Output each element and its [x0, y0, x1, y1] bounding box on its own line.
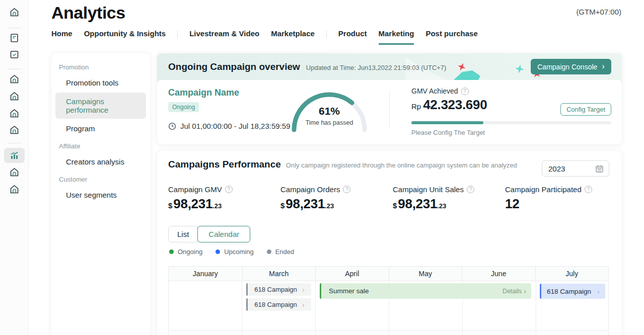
sidebar-item-promotion-tools[interactable]: Promotion tools [51, 74, 150, 92]
tab-product[interactable]: Product [338, 29, 367, 45]
tab-home[interactable]: Home [51, 29, 73, 45]
help-icon[interactable]: ? [467, 186, 474, 193]
time-passed-gauge: 61% Time has passed [289, 86, 370, 136]
upcoming-dot-icon [216, 249, 220, 254]
metric-prefix: $ [280, 201, 284, 210]
date-range-text: Jul 01,00:00:00 - Jul 18,23:59:59 [180, 122, 291, 130]
gmv-progress-track [411, 121, 611, 124]
metric-label: Campaign Orders [280, 185, 340, 194]
overview-title: Ongoing Campaign overview [168, 61, 300, 72]
tab-livestream-video[interactable]: Livestream & Video [189, 29, 259, 45]
chevron-right-icon: › [302, 285, 305, 294]
metric-prefix: $ [168, 201, 172, 210]
year-select[interactable]: 2023 [542, 160, 609, 177]
home-icon[interactable] [9, 74, 20, 85]
gauge-percent: 61% [289, 105, 370, 117]
metric-campaign-gmv: Campaign GMV? $98,231.23 [168, 185, 233, 212]
calendar-check-icon[interactable] [9, 49, 20, 60]
event-bar-618-campaign[interactable]: 618 Campaign › [246, 298, 311, 311]
event-bar-618-campaign[interactable]: 618 Campaign › [540, 284, 605, 299]
tab-marketplace[interactable]: Marketplace [271, 29, 315, 45]
help-icon[interactable]: ? [343, 186, 350, 193]
config-target-button[interactable]: Config Target [560, 103, 611, 116]
home-icon[interactable] [9, 91, 20, 102]
metric-number: 98,231 [173, 196, 212, 212]
status-badge: Ongoing [168, 102, 199, 112]
performance-title: Campaigns Performance [168, 159, 281, 170]
group-label-affiliate: Affiliate [59, 142, 150, 150]
timezone-label: (GTM+07:00) [576, 8, 621, 16]
chevron-right-icon: › [597, 287, 600, 296]
metric-label: Campaign Participated [505, 185, 582, 194]
performance-header: Campaigns Performance Only campaign regi… [168, 159, 517, 170]
calendar-body: 618 Campaign › 618 Campaign › Summer sal… [168, 281, 609, 335]
rail-divider [8, 28, 21, 28]
calendar-icon [595, 164, 604, 173]
event-label: 618 Campaign [254, 301, 297, 308]
gmv-amount: 42.323.690 [423, 97, 487, 113]
row-divider [169, 330, 608, 331]
view-toggle: List Calendar [168, 226, 250, 242]
group-label-customer: Customer [59, 176, 150, 183]
document-icon[interactable] [9, 33, 20, 43]
metric-decimal: .23 [325, 202, 334, 210]
list-view-button[interactable]: List [168, 226, 198, 242]
home-icon[interactable] [9, 167, 20, 178]
nav-separator [326, 30, 327, 38]
legend-label: Upcoming [224, 248, 254, 256]
event-label: 618 Campaign [547, 288, 591, 295]
event-bar-618-campaign[interactable]: 618 Campaign › [246, 283, 311, 296]
sidebar-item-user-segments[interactable]: User segments [51, 186, 150, 204]
tab-post-purchase[interactable]: Post purchase [425, 29, 477, 45]
event-bar-summer-sale[interactable]: Summer sale Details › [320, 283, 531, 299]
campaign-console-button[interactable]: Campaign Console › [531, 59, 611, 74]
event-label: Summer sale [329, 287, 369, 295]
help-icon[interactable]: ? [461, 88, 469, 95]
vertical-divider [389, 91, 390, 130]
chevron-right-icon: › [524, 287, 526, 295]
year-value: 2023 [548, 164, 565, 173]
campaign-name-link[interactable]: Campaign Name [168, 88, 291, 98]
metric-number: 98,231 [398, 196, 437, 212]
metric-number: 12 [505, 196, 519, 212]
gmv-currency: Rp [411, 102, 421, 111]
month-header: May [389, 267, 462, 281]
details-link[interactable]: Details › [503, 287, 526, 295]
help-icon[interactable]: ? [225, 186, 233, 193]
metric-label: Campaign GMV [168, 185, 222, 194]
home-icon[interactable] [9, 108, 20, 119]
metric-campaign-participated: Campaign Participated? 12 [505, 185, 592, 212]
home-icon[interactable] [9, 184, 20, 195]
metric-number: 98,231 [285, 196, 325, 212]
rail-divider [8, 143, 21, 143]
metric-decimal: .23 [437, 202, 446, 210]
tab-opportunity-insights[interactable]: Opportunity & Insights [84, 29, 166, 45]
home-icon[interactable] [9, 7, 20, 18]
gauge-caption: Time has passed [289, 119, 370, 126]
gmv-progress-fill [411, 121, 483, 124]
sidebar-item-creators-analysis[interactable]: Creators analysis [51, 153, 150, 171]
details-label: Details [503, 288, 522, 295]
calendar-view-button[interactable]: Calendar [197, 226, 250, 242]
home-icon[interactable] [9, 125, 20, 135]
campaigns-performance-card: Campaigns Performance Only campaign regi… [157, 151, 622, 335]
gauge-text: 61% Time has passed [289, 105, 370, 126]
overview-updated-time: Updated at Time: Jun13,2022 21:59:03 (UT… [306, 62, 447, 71]
metric-campaign-orders: Campaign Orders? $98,231.23 [280, 185, 350, 212]
month-header: July [535, 267, 609, 281]
event-label: 618 Campaign [254, 286, 297, 293]
gmv-section: GMV Achieved ? Rp 42.323.690 Config Targ… [411, 87, 611, 136]
legend-label: Ended [275, 248, 295, 256]
sidebar-item-program[interactable]: Program [51, 120, 150, 137]
help-icon[interactable]: ? [585, 186, 592, 193]
performance-subtitle: Only campaign registered through the onl… [286, 161, 517, 169]
config-target-hint: Please Config The Target [411, 129, 611, 136]
chevron-right-icon: › [302, 300, 305, 309]
column-divider [536, 281, 536, 335]
analytics-chart-icon[interactable] [9, 150, 20, 161]
metric-label: Campaign Unit Sales [393, 185, 464, 194]
column-divider [242, 281, 242, 335]
legend-label: Ongoing [178, 248, 202, 256]
tab-marketing[interactable]: Marketing [379, 29, 414, 45]
sidebar-item-campaigns-performance[interactable]: Campaigns performance [55, 93, 146, 119]
